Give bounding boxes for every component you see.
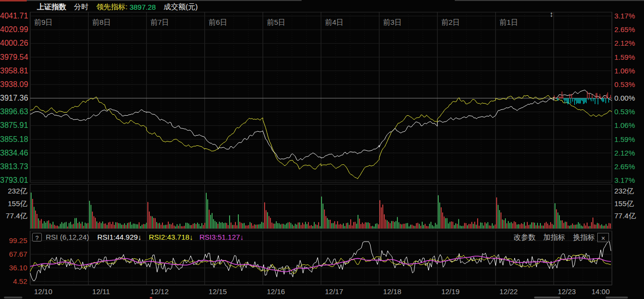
- price-axis-right-label: 1.59%: [614, 53, 635, 62]
- stock-chart-app: 上证指数 分时 领先指标: 3897.28 成交额(元) 4041.714020…: [0, 0, 644, 299]
- price-axis-left-label: 3834.46: [0, 149, 27, 158]
- rsi3-readout: RSI3:51.127↓: [199, 232, 244, 242]
- rsi-title[interactable]: RSI (6,12,24): [46, 232, 89, 242]
- price-axis-right-label: 0.53%: [614, 80, 635, 89]
- price-axis-right-label: 3.17%: [614, 176, 635, 185]
- date-axis-label: 12/16: [267, 287, 285, 296]
- day-section-label: 前8日: [92, 18, 111, 27]
- date-axis-label: 12/17: [325, 287, 343, 296]
- scrollbar-right-cap[interactable]: [606, 297, 628, 299]
- date-axis-label: 12/15: [209, 287, 227, 296]
- volume-axis-left-label: 232亿: [0, 187, 27, 195]
- rsi-axis-label: 4.52: [0, 277, 27, 286]
- price-axis-left-label: 4000.26: [0, 39, 27, 48]
- rsi-help-button[interactable]: ?: [32, 233, 42, 242]
- price-axis-right-label: 0.00%: [614, 94, 635, 103]
- price-axis-left-label: 3938.09: [0, 80, 27, 89]
- day-section-label: 前2日: [441, 18, 460, 27]
- rsi-axis-label: 36.10: [0, 264, 27, 272]
- change-params-button[interactable]: 改参数: [514, 232, 536, 242]
- rsi-header: ? RSI (6,12,24) RSI1:44.929↓ RSI2:43.718…: [0, 232, 644, 243]
- price-axis-left-label: 3958.81: [0, 67, 27, 75]
- price-axis-left-label: 3855.18: [0, 135, 27, 144]
- price-axis-left-label: 3979.54: [0, 53, 27, 62]
- day-section-label: 前7日: [150, 18, 169, 27]
- date-axis-label: 12/22: [500, 287, 518, 296]
- volume-axis-right-label: 155亿: [614, 199, 634, 208]
- price-axis-left-label: 3896.63: [0, 107, 27, 116]
- end-time-label: 14:00: [591, 287, 610, 296]
- date-axis-label: 12/11: [92, 287, 110, 296]
- close-indicator-button[interactable]: ×: [597, 233, 609, 242]
- volume-axis-left-label: 155亿: [0, 199, 27, 208]
- date-axis-label: 12/12: [150, 287, 169, 296]
- price-axis-left-label: 3813.73: [0, 162, 27, 171]
- price-axis-right-label: 2.12%: [614, 149, 635, 158]
- volume-axis-right-label: 232亿: [614, 187, 634, 195]
- price-axis-right-label: 1.06%: [614, 67, 635, 75]
- price-axis-right-label: 3.17%: [614, 12, 635, 20]
- date-axis-label: 12/23: [557, 287, 576, 296]
- rsi-axis-label: 67.67: [0, 250, 27, 259]
- switch-indicator-button[interactable]: 换指标: [573, 232, 595, 242]
- price-axis-left-label: 3917.36: [0, 94, 27, 103]
- price-axis-right-label: 1.59%: [614, 135, 635, 144]
- price-axis-right-label: 2.65%: [614, 25, 635, 34]
- day-section-label: 前5日: [267, 18, 285, 27]
- rsi2-readout: RSI2:43.718↓: [149, 232, 193, 242]
- scrollbar-thumb[interactable]: [534, 297, 560, 299]
- volume-axis-right-label: 77.4亿: [614, 211, 636, 220]
- pane-resize-handle[interactable]: ↕: [550, 10, 554, 18]
- day-section-label: 前3日: [383, 18, 402, 27]
- price-axis-right-label: 0.53%: [614, 107, 635, 116]
- date-axis-label: 12/18: [383, 287, 402, 296]
- day-section-label: 前9日: [34, 18, 53, 27]
- date-axis-label: 12/10: [34, 287, 53, 296]
- scroll-marker: [150, 297, 152, 299]
- day-section-label: 前6日: [209, 18, 227, 27]
- price-axis-left-label: 4041.71: [0, 12, 27, 20]
- price-axis-left-label: 3793.01: [0, 176, 27, 185]
- chart-canvas[interactable]: [0, 0, 644, 299]
- price-axis-right-label: 2.12%: [614, 39, 635, 48]
- add-indicator-button[interactable]: 加指标: [543, 232, 565, 242]
- day-section-label: 前1日: [500, 18, 518, 27]
- rsi1-readout: RSI1:44.929↓: [97, 232, 142, 242]
- volume-axis-left-label: 77.4亿: [0, 211, 27, 220]
- scrollbar-left-cap[interactable]: [4, 297, 22, 299]
- price-axis-left-label: 3875.91: [0, 121, 27, 130]
- day-section-label: 前4日: [325, 18, 343, 27]
- price-axis-right-label: 1.06%: [614, 121, 635, 130]
- price-axis-left-label: 4020.99: [0, 25, 27, 34]
- date-axis-label: 12/19: [441, 287, 460, 296]
- price-axis-right-label: 2.65%: [614, 162, 635, 171]
